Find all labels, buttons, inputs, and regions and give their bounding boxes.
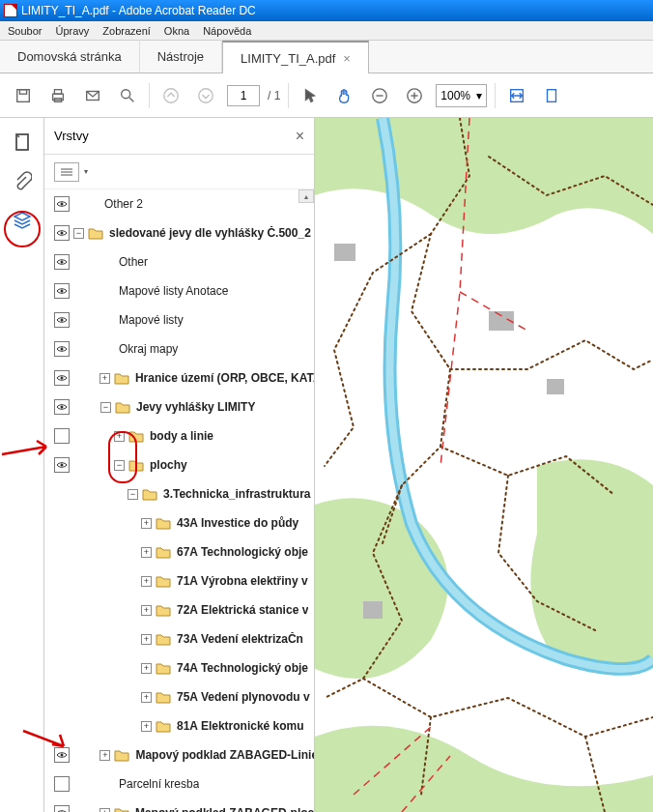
zoom-in-button[interactable]	[401, 82, 428, 109]
visibility-toggle[interactable]	[54, 457, 70, 473]
visibility-toggle[interactable]	[54, 805, 70, 812]
expand-button[interactable]: +	[141, 605, 152, 616]
svg-point-24	[61, 261, 64, 264]
panel-close-button[interactable]: ×	[296, 128, 304, 145]
layer-row[interactable]: + 71A Výrobna elektřiny v	[44, 566, 314, 595]
visibility-toggle[interactable]	[54, 428, 70, 444]
layer-label: Other 2	[104, 197, 143, 211]
save-button[interactable]	[10, 82, 37, 109]
folder-icon	[114, 749, 129, 762]
tab-document[interactable]: LIMITY_TI_A.pdf ×	[222, 41, 369, 73]
layer-row[interactable]: − 3.Technicka_infrastruktura	[44, 479, 314, 508]
expand-button[interactable]: +	[141, 721, 152, 732]
menu-file[interactable]: Soubor	[8, 25, 42, 37]
layer-row[interactable]: + body a linie	[44, 421, 314, 450]
visibility-toggle[interactable]	[54, 283, 70, 299]
layer-row[interactable]: + 72A Elektrická stanice v	[44, 595, 314, 624]
layer-row[interactable]: + Mapový podklad ZABAGED-ploch	[44, 798, 314, 812]
layer-label: 81A Elektronické komu	[177, 719, 304, 733]
layer-label: 74A Technologický obje	[177, 661, 308, 675]
page-number-input[interactable]	[227, 85, 260, 106]
expand-button[interactable]: +	[99, 373, 110, 384]
collapse-button[interactable]: −	[128, 489, 138, 500]
layers-button[interactable]	[12, 209, 33, 230]
visibility-toggle[interactable]	[54, 312, 70, 328]
layer-row[interactable]: − plochy	[44, 450, 314, 479]
panel-options-button[interactable]	[54, 162, 79, 182]
tab-close-icon[interactable]: ×	[343, 51, 351, 66]
expand-button[interactable]: +	[141, 518, 152, 529]
layer-row[interactable]: Other	[44, 247, 314, 276]
expand-button[interactable]: +	[141, 547, 152, 558]
layer-row[interactable]: − Jevy vyhlášky LIMITY	[44, 392, 314, 421]
layer-row[interactable]: Parcelní kresba	[44, 769, 314, 798]
scroll-up-button[interactable]: ▴	[298, 189, 314, 203]
svg-point-30	[61, 464, 64, 467]
fit-width-button[interactable]	[503, 82, 530, 109]
svg-point-29	[61, 406, 64, 409]
expand-button[interactable]: +	[99, 750, 110, 761]
visibility-toggle[interactable]	[54, 225, 70, 241]
document-viewport[interactable]	[315, 118, 653, 812]
page-up-button[interactable]	[157, 82, 185, 109]
visibility-toggle[interactable]	[54, 254, 70, 270]
layer-row[interactable]: Other 2	[44, 189, 314, 218]
main-toolbar: / 1 100%▾	[0, 73, 653, 118]
collapse-button[interactable]: −	[73, 228, 84, 239]
visibility-toggle[interactable]	[54, 747, 70, 763]
search-button[interactable]	[114, 82, 141, 109]
menu-view[interactable]: Zobrazení	[102, 25, 151, 37]
layer-label: Hranice území (ORP, OBCE, KATA	[135, 371, 314, 385]
select-tool-button[interactable]	[297, 82, 324, 109]
page-down-button[interactable]	[192, 82, 219, 109]
visibility-toggle[interactable]	[54, 196, 70, 212]
menu-help[interactable]: Nápověda	[203, 25, 251, 37]
layer-row[interactable]: + 81A Elektronické komu	[44, 711, 314, 740]
expand-button[interactable]: +	[141, 663, 152, 674]
menu-edit[interactable]: Úpravy	[55, 25, 89, 37]
layer-row[interactable]: + 75A Vedení plynovodu v	[44, 682, 314, 711]
zoom-select[interactable]: 100%▾	[436, 84, 487, 107]
visibility-toggle[interactable]	[54, 341, 70, 357]
layer-row[interactable]: + Hranice území (ORP, OBCE, KATA	[44, 363, 314, 392]
print-button[interactable]	[44, 82, 71, 109]
collapse-button[interactable]: −	[114, 460, 125, 471]
fit-page-button[interactable]	[538, 82, 565, 109]
mail-button[interactable]	[79, 82, 106, 109]
layer-row[interactable]: + 43A Investice do půdy	[44, 508, 314, 537]
collapse-button[interactable]: −	[100, 402, 111, 413]
folder-icon	[128, 459, 144, 472]
layer-row[interactable]: Mapové listy	[44, 305, 314, 334]
visibility-toggle[interactable]	[54, 776, 70, 792]
svg-point-25	[61, 290, 64, 293]
folder-icon	[156, 633, 171, 646]
layer-row[interactable]: Okraj mapy	[44, 334, 314, 363]
visibility-toggle[interactable]	[54, 370, 70, 386]
menu-window[interactable]: Okna	[164, 25, 189, 37]
layer-row[interactable]: + 74A Technologický obje	[44, 653, 314, 682]
zoom-out-button[interactable]	[366, 82, 393, 109]
svg-rect-36	[547, 379, 564, 394]
hand-tool-button[interactable]	[331, 82, 358, 109]
expand-button[interactable]: +	[141, 634, 152, 645]
thumbnails-button[interactable]	[12, 131, 33, 153]
expand-button[interactable]: +	[99, 808, 110, 813]
window-title: LIMITY_TI_A.pdf - Adobe Acrobat Reader D…	[21, 4, 256, 17]
folder-icon	[156, 604, 171, 617]
expand-button[interactable]: +	[114, 431, 125, 442]
document-tabs: Domovská stránka Nástroje LIMITY_TI_A.pd…	[0, 41, 653, 73]
layer-row[interactable]: − sledované jevy dle vyhlášky Č.500_2	[44, 218, 314, 247]
layer-row[interactable]: + 67A Technologický obje	[44, 537, 314, 566]
attachments-button[interactable]	[12, 170, 33, 191]
panel-options-bar	[44, 155, 314, 189]
layer-row[interactable]: + 73A Vedení elektrizaČn	[44, 624, 314, 653]
layer-label: Mapové listy Anotace	[119, 284, 228, 298]
tab-tools[interactable]: Nástroje	[140, 40, 222, 72]
page-total-label: / 1	[268, 89, 280, 102]
visibility-toggle[interactable]	[54, 399, 70, 415]
layer-row[interactable]: + Mapový podklad ZABAGED-Linie	[44, 740, 314, 769]
expand-button[interactable]: +	[141, 692, 152, 703]
expand-button[interactable]: +	[141, 576, 152, 587]
layer-row[interactable]: Mapové listy Anotace	[44, 276, 314, 305]
tab-home[interactable]: Domovská stránka	[0, 40, 140, 72]
